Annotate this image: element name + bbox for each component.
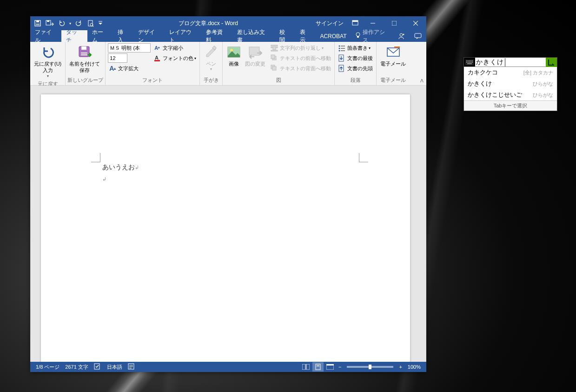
svg-rect-66: [469, 60, 470, 61]
undo-dropdown-icon[interactable]: ▾: [68, 21, 72, 26]
spellcheck-icon[interactable]: [91, 363, 104, 371]
share-button[interactable]: [393, 33, 410, 40]
window-title: ブログ文章.docx - Word: [106, 20, 311, 27]
customize-qat-icon[interactable]: [97, 17, 104, 29]
svg-point-18: [400, 33, 403, 36]
document-content[interactable]: あいうえお↲ ↲: [102, 161, 139, 185]
word-count[interactable]: 2671 文字: [62, 364, 91, 371]
shrink-font-button[interactable]: A▾ 文字縮小: [152, 43, 198, 53]
document-area[interactable]: あいうえお↲ ↲: [30, 86, 426, 362]
status-bar: 1/8 ページ 2671 文字 日本語 − + 100%: [30, 362, 426, 372]
bring-front-label: テキストの前面へ移動: [280, 55, 331, 62]
dropdown-arrow-icon: ▾: [210, 67, 212, 72]
picture-button[interactable]: 画像: [225, 43, 243, 74]
margin-corner-tl: [91, 153, 100, 162]
svg-rect-60: [317, 366, 319, 366]
doc-end-button[interactable]: 文書の最後: [337, 53, 374, 63]
ime-expand-icon[interactable]: [546, 58, 557, 66]
save-as-label: 名前を付けて 保存: [69, 60, 100, 74]
doc-start-button[interactable]: 文書の先頭: [337, 63, 374, 73]
svg-rect-2: [36, 24, 40, 24]
change-picture-button: 図の変更: [243, 43, 267, 74]
language-status[interactable]: 日本語: [104, 364, 125, 371]
svg-point-16: [356, 33, 360, 36]
picture-label: 画像: [229, 60, 239, 67]
tab-touch[interactable]: タッチ: [61, 30, 87, 42]
svg-rect-11: [352, 20, 358, 22]
svg-rect-35: [276, 47, 278, 48]
text-line-1: あいうえお: [102, 164, 135, 171]
tab-insert[interactable]: 挿入: [113, 30, 133, 42]
ime-composition-text: かきくけ: [475, 58, 505, 66]
save-button[interactable]: [32, 17, 43, 29]
svg-rect-58: [316, 364, 320, 370]
tab-design[interactable]: デザイン: [133, 30, 165, 42]
doc-start-icon: [338, 65, 345, 72]
save-send-button[interactable]: [44, 17, 55, 29]
svg-rect-73: [472, 62, 473, 63]
undo-input-button[interactable]: 元に戻す(U) 入力 ▾: [32, 43, 63, 80]
tab-mailings[interactable]: 差し込み文書: [232, 30, 275, 42]
page-status[interactable]: 1/8 ページ: [33, 364, 62, 371]
close-button[interactable]: [405, 16, 426, 30]
web-layout-button[interactable]: [324, 362, 336, 372]
svg-rect-71: [469, 62, 470, 63]
signin-link[interactable]: サインイン: [311, 20, 348, 27]
doc-start-label: 文書の先頭: [347, 65, 373, 72]
redo-button[interactable]: [73, 17, 84, 29]
font-name-input[interactable]: [108, 43, 151, 53]
zoom-in-button[interactable]: +: [397, 364, 404, 370]
svg-rect-17: [357, 36, 359, 38]
font-color-button[interactable]: A フォントの色 ▾: [152, 53, 198, 63]
document-page[interactable]: あいうえお↲ ↲: [41, 94, 410, 362]
undo-button[interactable]: [56, 17, 67, 29]
tab-acrobat[interactable]: ACROBAT: [315, 30, 351, 42]
ime-candidate-popup: かきくけ カキクケコ [全] カタカナ かきくけ ひらがな かきくけこじせいご …: [463, 57, 557, 111]
svg-rect-59: [317, 365, 319, 365]
ime-keyboard-icon[interactable]: [464, 58, 475, 66]
comments-button[interactable]: [410, 33, 426, 40]
shrink-a-icon: A▾: [153, 44, 161, 52]
zoom-slider-thumb[interactable]: [369, 365, 371, 369]
print-layout-button[interactable]: [312, 362, 324, 372]
svg-rect-5: [47, 20, 49, 22]
zoom-slider[interactable]: [347, 366, 393, 368]
wrap-icon: [271, 44, 278, 52]
ime-candidate-2[interactable]: かきくけこじせいご ひらがな: [464, 89, 557, 100]
ribbon-group-paragraph: 箇条書き▾ 文書の最後 文書の先頭: [335, 42, 377, 85]
svg-rect-23: [81, 53, 87, 53]
wrap-label: 文字列の折り返し: [280, 45, 321, 52]
bring-front-button: テキストの前面へ移動: [269, 53, 332, 63]
ribbon-tabs: ファイル タッチ ホーム 挿入 デザイン レイアウト 参考資料 差し込み文書 校…: [30, 30, 426, 42]
zoom-level[interactable]: 100%: [405, 364, 424, 370]
ime-candidate-text: かきくけこじせいご: [468, 91, 522, 99]
enlarge-font-button[interactable]: A▴ 文字拡大: [107, 63, 151, 73]
svg-rect-31: [249, 47, 259, 55]
svg-rect-36: [271, 50, 278, 51]
svg-rect-38: [271, 55, 275, 59]
bullets-button[interactable]: 箇条書き▾: [337, 43, 374, 53]
zoom-out-button[interactable]: −: [337, 364, 343, 370]
ribbon-group-font: A▴ 文字拡大 A▾ 文字縮小 A フォントの色 ▾: [106, 42, 200, 85]
pen-icon: [204, 45, 218, 60]
email-button[interactable]: 電子メール: [378, 43, 408, 74]
new-group-label: 新しいグループ: [67, 76, 103, 85]
print-preview-button[interactable]: [85, 17, 96, 29]
tab-home[interactable]: ホーム: [87, 30, 113, 42]
save-as-button[interactable]: 名前を付けて 保存: [67, 43, 102, 75]
svg-point-43: [339, 48, 340, 49]
collapse-ribbon-icon[interactable]: ᐱ: [420, 78, 424, 83]
ime-candidate-1[interactable]: かきくけ ひらがな: [464, 78, 557, 89]
accessibility-icon[interactable]: [125, 363, 137, 371]
tab-view[interactable]: 表示: [295, 30, 316, 42]
font-size-input[interactable]: [108, 53, 127, 63]
tab-file[interactable]: ファイル: [30, 30, 61, 42]
read-mode-button[interactable]: [300, 362, 311, 372]
tab-layout[interactable]: レイアウト: [165, 30, 201, 42]
ime-candidate-0[interactable]: カキクケコ [全] カタカナ: [464, 67, 557, 78]
tab-references[interactable]: 参考資料: [201, 30, 232, 42]
svg-rect-64: [466, 60, 467, 61]
save-as-icon: [77, 45, 92, 60]
tab-review[interactable]: 校閲: [275, 30, 295, 42]
bullets-icon: [338, 44, 345, 52]
